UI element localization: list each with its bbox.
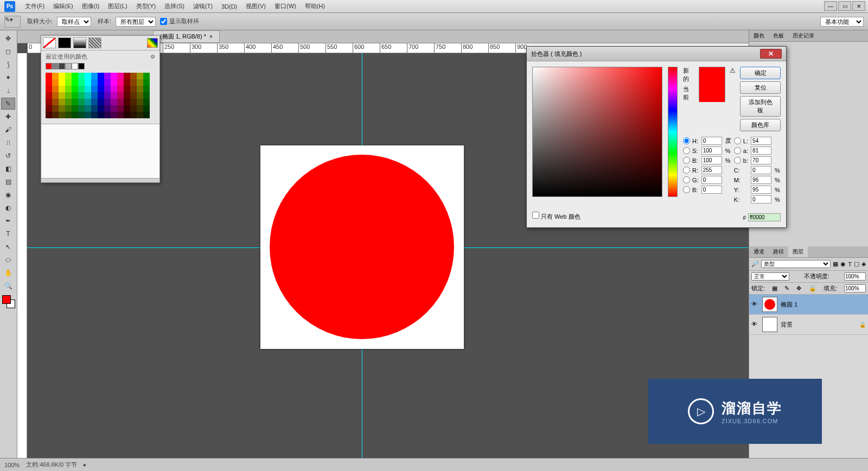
menu-layer[interactable]: 图层(L) bbox=[104, 2, 131, 10]
swatch[interactable] bbox=[137, 86, 143, 92]
swatch[interactable] bbox=[65, 92, 72, 99]
a-radio[interactable] bbox=[734, 147, 741, 154]
swatch[interactable] bbox=[111, 79, 117, 86]
swatch[interactable] bbox=[143, 105, 150, 112]
blur-tool[interactable]: ◉ bbox=[1, 189, 15, 201]
pattern-fill-button[interactable] bbox=[88, 37, 101, 48]
tool-preset-button[interactable]: ✎▾ bbox=[4, 16, 21, 28]
swatch[interactable] bbox=[52, 112, 59, 118]
swatch[interactable] bbox=[78, 105, 85, 112]
swatch[interactable] bbox=[91, 92, 98, 99]
color-picker-dialog[interactable]: 拾色器 ( 填充颜色 ) ✕ 新的 当前 ⚠ 确定 复位 添加到色板 bbox=[526, 46, 787, 228]
swatch[interactable] bbox=[52, 92, 59, 99]
bch-input[interactable] bbox=[751, 156, 771, 164]
zoom-tool[interactable]: 🔍 bbox=[1, 280, 15, 292]
ellipse-shape[interactable] bbox=[270, 155, 454, 339]
tab-channels[interactable]: 通道 bbox=[749, 246, 769, 257]
swatch[interactable] bbox=[98, 79, 104, 86]
add-swatch-button[interactable]: 添加到色板 bbox=[740, 96, 781, 117]
tab-paths[interactable]: 路径 bbox=[769, 246, 788, 257]
show-ring-checkbox[interactable]: 显示取样环 bbox=[160, 17, 199, 26]
type-tool[interactable]: T bbox=[1, 228, 15, 240]
lock-all-icon[interactable]: 🔒 bbox=[809, 285, 816, 292]
layer-name[interactable]: 椭圆 1 bbox=[781, 301, 797, 309]
swatch[interactable] bbox=[143, 79, 150, 86]
menu-window[interactable]: 窗口(W) bbox=[270, 2, 301, 10]
swatch[interactable] bbox=[46, 112, 52, 118]
swatch[interactable] bbox=[124, 79, 130, 86]
menu-file[interactable]: 文件(F) bbox=[21, 2, 49, 10]
filter-icon[interactable]: ◈ bbox=[861, 260, 866, 268]
swatch[interactable] bbox=[104, 86, 111, 92]
swatch[interactable] bbox=[143, 92, 150, 99]
swatch[interactable] bbox=[85, 92, 91, 99]
swatch[interactable] bbox=[72, 79, 78, 86]
swatch[interactable] bbox=[104, 99, 111, 105]
eraser-tool[interactable]: ◧ bbox=[1, 163, 15, 175]
swatch[interactable] bbox=[85, 73, 91, 79]
swatch[interactable] bbox=[65, 99, 72, 105]
y-input[interactable] bbox=[751, 186, 771, 194]
web-only-checkbox[interactable]: 只有 Web 颜色 bbox=[532, 212, 580, 221]
swatch[interactable] bbox=[46, 99, 52, 105]
fill-swatches-panel[interactable]: 最近使用的颜色 ⚙ bbox=[41, 35, 160, 183]
swatch[interactable] bbox=[98, 73, 104, 79]
swatch[interactable] bbox=[85, 86, 91, 92]
warning-icon[interactable]: ⚠ bbox=[730, 67, 736, 74]
swatch[interactable] bbox=[59, 86, 65, 92]
swatch[interactable] bbox=[91, 105, 98, 112]
swatch[interactable] bbox=[104, 105, 111, 112]
zoom-level[interactable]: 100% bbox=[4, 462, 20, 468]
swatch[interactable] bbox=[65, 86, 72, 92]
swatch[interactable] bbox=[124, 92, 130, 99]
dialog-titlebar[interactable]: 拾色器 ( 填充颜色 ) ✕ bbox=[527, 47, 786, 61]
swatch[interactable] bbox=[65, 63, 72, 69]
swatch[interactable] bbox=[143, 73, 150, 79]
swatch[interactable] bbox=[111, 73, 117, 79]
r-input[interactable] bbox=[701, 166, 722, 174]
swatch[interactable] bbox=[137, 112, 143, 118]
tab-color[interactable]: 颜色 bbox=[749, 30, 769, 41]
swatch[interactable] bbox=[59, 92, 65, 99]
swatch[interactable] bbox=[104, 92, 111, 99]
swatch[interactable] bbox=[72, 73, 78, 79]
h-radio[interactable] bbox=[683, 137, 690, 144]
swatch[interactable] bbox=[143, 99, 150, 105]
swatch[interactable] bbox=[137, 105, 143, 112]
swatch[interactable] bbox=[52, 79, 59, 86]
layer-thumbnail[interactable] bbox=[762, 297, 777, 312]
swatch[interactable] bbox=[117, 105, 124, 112]
layer-item[interactable]: 👁 背景 🔒 bbox=[749, 315, 868, 335]
a-input[interactable] bbox=[751, 147, 771, 155]
menu-edit[interactable]: 编辑(E) bbox=[49, 2, 78, 10]
swatch[interactable] bbox=[130, 112, 137, 118]
swatch[interactable] bbox=[52, 99, 59, 105]
swatch[interactable] bbox=[72, 86, 78, 92]
swatch[interactable] bbox=[85, 105, 91, 112]
menu-view[interactable]: 视图(V) bbox=[241, 2, 270, 10]
color-field[interactable] bbox=[532, 67, 662, 197]
pen-tool[interactable]: ✒ bbox=[1, 215, 15, 227]
g-input[interactable] bbox=[701, 176, 722, 184]
sample-size-select[interactable]: 取样点 bbox=[57, 17, 91, 27]
gradient-tool[interactable]: ▤ bbox=[1, 176, 15, 188]
swatch[interactable] bbox=[46, 92, 52, 99]
window-maximize[interactable]: ▭ bbox=[838, 1, 851, 11]
shape-tool[interactable]: ⬭ bbox=[1, 254, 15, 266]
swatch[interactable] bbox=[78, 63, 85, 69]
l-input[interactable] bbox=[751, 137, 771, 145]
swatch[interactable] bbox=[46, 79, 52, 86]
layer-item[interactable]: 👁 椭圆 1 bbox=[749, 295, 868, 315]
swatch[interactable] bbox=[72, 105, 78, 112]
swatch[interactable] bbox=[52, 63, 59, 69]
swatch[interactable] bbox=[98, 99, 104, 105]
color-picker-icon[interactable] bbox=[147, 38, 158, 48]
g-radio[interactable] bbox=[683, 176, 690, 183]
menu-type[interactable]: 类型(Y) bbox=[132, 2, 161, 10]
swatch[interactable] bbox=[91, 99, 98, 105]
crop-tool[interactable]: ⟂ bbox=[1, 85, 15, 97]
window-minimize[interactable]: — bbox=[824, 1, 837, 11]
no-fill-button[interactable] bbox=[43, 37, 56, 48]
workspace-select[interactable]: 基本功能 bbox=[820, 17, 864, 27]
swatch[interactable] bbox=[111, 92, 117, 99]
